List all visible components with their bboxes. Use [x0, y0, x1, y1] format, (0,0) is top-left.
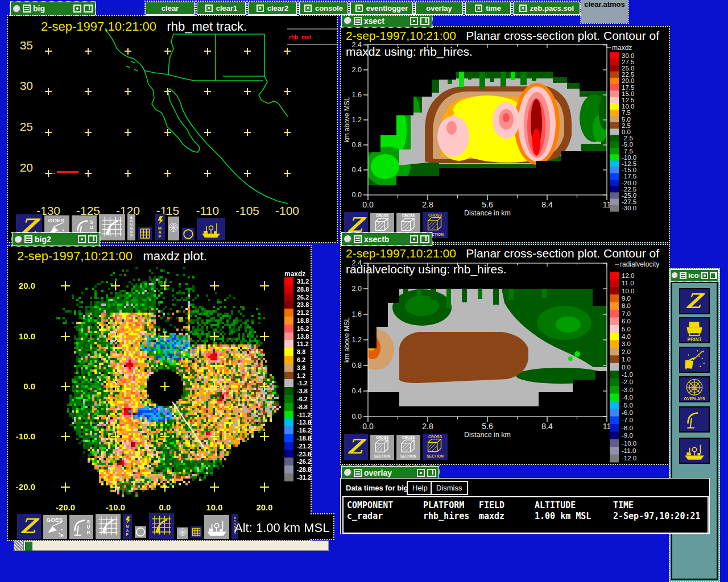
xsect-plot[interactable]: 0.00.40.81.21.62.02.40.02.85.68.411Dista…	[341, 27, 670, 243]
toolbar-button-circle[interactable]	[134, 526, 147, 538]
titlebar-icon[interactable]: icon	[670, 269, 719, 281]
colorbar-swatch	[284, 458, 293, 465]
toolbar-button-circle[interactable]	[181, 227, 195, 241]
top-button-label: eventlogger	[366, 4, 408, 13]
grid-radar-icon	[149, 513, 174, 539]
y-tick-label: 2.0	[352, 66, 362, 74]
polar-grid-icon	[177, 527, 188, 539]
titlebar-big2[interactable]: big2	[12, 232, 100, 246]
window-restore-icon[interactable]	[420, 235, 429, 243]
window-minimize-icon[interactable]	[417, 469, 425, 477]
window-restore-icon[interactable]	[710, 272, 717, 279]
zeb-logo-icon: Z	[680, 289, 709, 313]
window-menu-icon[interactable]	[344, 17, 351, 24]
colorbar-swatch	[284, 411, 293, 419]
toolbar-button-small-grid[interactable]	[190, 526, 202, 538]
titlebar-xsectb[interactable]: xsectb	[341, 232, 432, 246]
window-doc-icon[interactable]	[680, 272, 686, 279]
plot-title-text: maxdz plot.	[143, 249, 207, 263]
window-restore-icon[interactable]	[420, 17, 429, 25]
top-button-time[interactable]: ×time	[465, 2, 511, 15]
top-button-clear2[interactable]: ×clear2	[248, 2, 297, 15]
window-doc-icon[interactable]	[354, 235, 362, 243]
svg-text:P: P	[126, 533, 129, 537]
window-restore-icon[interactable]	[84, 5, 93, 13]
top-button-clear[interactable]: clear	[146, 2, 195, 15]
window-minimize-icon[interactable]	[73, 5, 81, 13]
colorbar-label: 2.0	[622, 348, 631, 355]
toolbar-button-radar-dish-sur[interactable]: SUR	[69, 514, 94, 539]
coastline-baja-west	[144, 69, 200, 152]
help-button[interactable]: Help	[407, 481, 433, 495]
window-doc-icon[interactable]	[23, 5, 31, 13]
window-menu-icon[interactable]	[15, 236, 22, 243]
top-button-overlay[interactable]: overlay	[415, 2, 463, 15]
window-restore-icon[interactable]	[88, 235, 97, 243]
toolbar-button-zeb-logo[interactable]: Z	[344, 433, 369, 460]
window-minimize-icon[interactable]	[78, 235, 86, 243]
top-button-zeb.pacs.sol[interactable]: ×zeb.pacs.sol	[513, 2, 580, 15]
scrollbar-thumb[interactable]	[25, 542, 32, 551]
toolbar-button-zeb-logo[interactable]: Z	[16, 513, 42, 539]
window-minimize-icon[interactable]	[701, 272, 708, 279]
colorbar-label: 10.0	[622, 103, 634, 110]
window-menu-icon[interactable]	[344, 235, 351, 243]
svg-text:O: O	[130, 219, 133, 223]
toolbar-button-ship[interactable]	[204, 514, 230, 539]
map-plot[interactable]: rhb_met 35302520-130-125-120-115-110-105…	[8, 16, 337, 227]
toolbar-button-cross-section-cross-section[interactable]: CROSSSECTION	[370, 434, 395, 460]
toolbar-button-small-grid[interactable]	[138, 226, 152, 241]
toolbar-button-polar-grid[interactable]	[167, 216, 180, 241]
toolbar-button-bounds-bounds[interactable]: BOUNDS	[127, 214, 136, 241]
grid-plus-mark	[284, 129, 291, 136]
titlebar-xsect[interactable]: xsect	[341, 14, 432, 27]
window-doc-icon[interactable]	[24, 235, 32, 243]
clear-atmos-button[interactable]: clear.atmos	[581, 0, 628, 23]
icon-palette-button-overlays[interactable]: OVERLAYS	[679, 376, 710, 402]
toolbar-button-cross-section-cross-section[interactable]: CROSSSECTION	[422, 433, 448, 460]
window-minimize-icon[interactable]	[410, 17, 418, 25]
radar-ppi-plot[interactable]	[8, 267, 311, 517]
toolbar-button-goes-goes[interactable]: GOES.IR	[43, 514, 68, 539]
svg-text:B: B	[234, 517, 236, 519]
icon-palette-button-satellite[interactable]	[679, 347, 710, 373]
titlebar-big[interactable]: big	[10, 2, 96, 15]
toolbar-button-map-lightning-map[interactable]: MAP	[154, 214, 166, 241]
y-tick-label: 1.2	[352, 336, 362, 344]
icon-palette-button-print[interactable]: PRINT	[679, 317, 710, 343]
window-menu-icon[interactable]	[13, 5, 20, 13]
colorbar-swatch	[610, 192, 619, 199]
top-button-clear1[interactable]: ×clear1	[197, 2, 246, 15]
map-y-tick-label: 35	[20, 39, 33, 52]
table-header-platform: PLATFORM	[423, 500, 464, 510]
window-doc-icon[interactable]	[354, 469, 362, 477]
scrollbar-anchor-icon[interactable]	[14, 541, 24, 550]
icon-palette-button-ship[interactable]	[679, 438, 710, 464]
colorbar-swatch	[610, 447, 619, 455]
grid-plus-mark	[284, 88, 291, 95]
colorbar-swatch	[610, 363, 619, 371]
toolbar-button-grid-radar[interactable]	[148, 512, 175, 539]
top-button-label: zeb.pacs.sol	[530, 4, 574, 13]
toolbar-button-cross-section-cross-section[interactable]: CROSSSECTION	[396, 434, 421, 460]
window-menu-icon[interactable]	[672, 272, 678, 278]
toolbar-button-ship[interactable]	[196, 217, 226, 241]
top-button-eventlogger[interactable]: ×eventlogger	[350, 2, 413, 15]
toolbar-button-grid-radar[interactable]	[98, 214, 126, 241]
window-minimize-icon[interactable]	[410, 235, 418, 243]
window-menu-icon[interactable]	[344, 469, 351, 476]
top-button-console[interactable]: ×console	[299, 2, 348, 15]
toolbar-button-polar-grid[interactable]	[176, 527, 189, 539]
svg-text:CROSS: CROSS	[376, 435, 389, 439]
data-times-table: COMPONENTPLATFORMFIELDALTITUDETIMEc_rada…	[342, 496, 709, 534]
dismiss-button[interactable]: Dismiss	[431, 481, 468, 495]
icon-palette-button-zeb-logo[interactable]: Z	[679, 288, 710, 314]
horizontal-scrollbar[interactable]	[14, 541, 329, 551]
titlebar-overlay[interactable]: overlay	[341, 466, 439, 479]
icon-palette-button-radar-dish[interactable]	[679, 406, 710, 433]
xsectb-plot[interactable]: 0.00.40.81.21.62.02.40.02.85.68.411Dista…	[341, 245, 670, 465]
window-doc-icon[interactable]	[354, 17, 362, 25]
window-restore-icon[interactable]	[427, 469, 436, 477]
toolbar-button-map-lightning-map[interactable]: MAP	[122, 513, 133, 539]
toolbar-button-grid-radar[interactable]	[95, 513, 121, 539]
